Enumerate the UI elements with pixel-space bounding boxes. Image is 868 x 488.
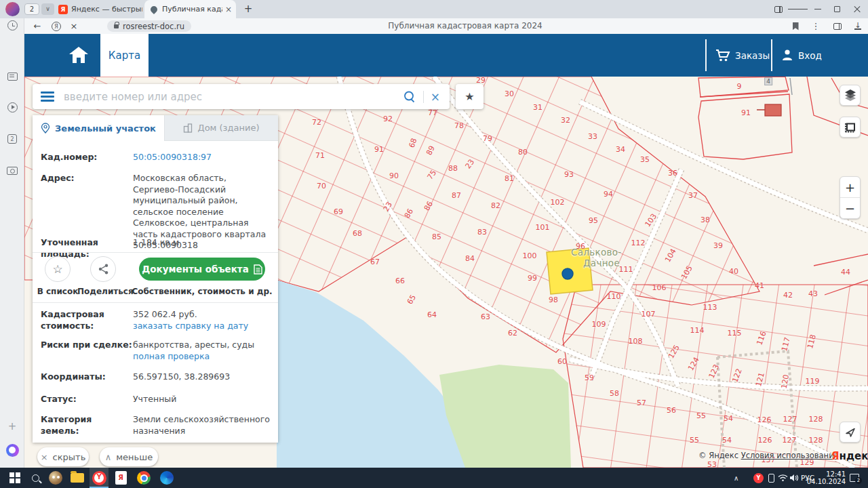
collapse-panel-button[interactable]: ∧ меньше [100, 447, 158, 466]
parcel-number[interactable]: 119 [806, 377, 820, 386]
parcel-number[interactable]: 59 [585, 373, 594, 382]
parcel-number[interactable]: 81 [505, 174, 514, 183]
parcel-number[interactable]: 56 [667, 406, 676, 415]
clear-search-icon[interactable]: × [431, 90, 440, 104]
parcel-number[interactable]: 114 [690, 326, 705, 335]
parcel-number[interactable]: 115 [728, 329, 742, 338]
parcel-number[interactable]: 85 [432, 232, 441, 241]
parcel-number[interactable]: 126 [758, 436, 772, 445]
parcel-number[interactable]: 40 [729, 267, 738, 276]
add-panel-icon[interactable]: + [0, 416, 24, 436]
parcel-number[interactable]: 32 [561, 116, 570, 125]
locate-me-button[interactable] [840, 422, 861, 443]
parcel-number[interactable]: 95 [589, 216, 598, 225]
parcel-number[interactable]: 53 [707, 460, 717, 468]
bookmark-icon[interactable] [788, 18, 803, 34]
parcel-number[interactable]: 107 [642, 310, 656, 319]
cad-number-link[interactable]: 50:05:0090318:97 [133, 152, 273, 163]
tray-chevron-icon[interactable]: ∧ [734, 468, 738, 488]
tab-house-building[interactable]: Дом (здание) [164, 115, 278, 141]
parcel-number[interactable]: 102 [551, 198, 565, 207]
parcel-number[interactable]: 101 [536, 223, 550, 232]
cost-link[interactable]: заказать справку на дату [133, 321, 248, 331]
history-icon[interactable] [0, 15, 24, 35]
parcel-number[interactable]: 67 [370, 258, 380, 266]
terms-link[interactable]: Условия использования [741, 451, 839, 460]
parcel-number[interactable]: 71 [315, 151, 325, 160]
start-button[interactable] [5, 468, 25, 488]
parcel-number[interactable]: 126 [757, 415, 772, 424]
action-center-icon[interactable]: 2 [850, 468, 859, 488]
browser-tab-yandex[interactable]: Я Яндекс — быстрый поиск [58, 0, 142, 18]
parcel-number[interactable]: 31 [533, 103, 542, 112]
search-input[interactable] [62, 90, 403, 104]
parcel-number[interactable]: 68 [353, 229, 362, 238]
parcel-number[interactable]: 58 [610, 389, 619, 398]
add-to-list-button[interactable]: ☆ [45, 256, 71, 282]
window-minimize-button[interactable] [808, 0, 827, 18]
parcel-number[interactable]: 33 [588, 132, 597, 141]
object-documents-button[interactable]: Документы объекта [139, 258, 265, 281]
parcel-number[interactable]: 87 [452, 191, 461, 200]
hide-panel-button[interactable]: × скрыть [37, 447, 89, 466]
parcel-number[interactable]: 35 [640, 155, 650, 164]
parcel-number[interactable]: 128 [809, 415, 823, 424]
yandex-search-icon[interactable]: Я [49, 18, 64, 34]
taskbar-search-icon[interactable] [25, 468, 45, 488]
parcel-number[interactable]: 128 [809, 436, 823, 445]
parcel-number[interactable]: 42 [783, 291, 793, 300]
tab-counter[interactable]: 2 [24, 3, 39, 15]
parcel-number[interactable]: 92 [383, 115, 393, 123]
parcel-number[interactable]: 72 [312, 118, 321, 127]
parcel-number[interactable]: 38 [701, 216, 710, 224]
parcel-number[interactable]: 127 [783, 436, 797, 445]
tab-counter-chevron-icon[interactable]: ∨ [41, 3, 54, 15]
parcel-number[interactable]: 36 [668, 169, 677, 178]
edge-icon[interactable] [157, 468, 177, 488]
parcel-number[interactable]: 55 [690, 436, 699, 445]
tray-yandex-icon[interactable]: Y [753, 468, 764, 488]
layers-button[interactable] [840, 85, 861, 106]
home-icon[interactable] [68, 45, 90, 65]
parcel-number[interactable]: 91 [741, 108, 751, 117]
parcel-number[interactable]: 127 [783, 415, 797, 424]
parcel-number[interactable]: 108 [629, 337, 643, 346]
parcel-number[interactable]: 66 [395, 277, 405, 285]
zoom-in-button[interactable]: + [840, 177, 860, 198]
zoom-out-button[interactable]: − [840, 198, 860, 219]
parcel-number[interactable]: 78 [454, 121, 464, 130]
tab-map[interactable]: Карта [100, 34, 149, 77]
search-icon[interactable] [403, 90, 416, 104]
chrome-icon[interactable] [134, 468, 154, 488]
side-panels-icon[interactable] [768, 0, 788, 18]
parcel-number[interactable]: 100 [523, 251, 537, 260]
wifi-icon[interactable] [778, 468, 788, 488]
parcel-number[interactable]: 62 [508, 329, 517, 338]
downloads-icon[interactable]: ↓ [850, 18, 865, 34]
video-icon[interactable] [0, 97, 24, 117]
stop-loading-icon[interactable]: × [66, 18, 81, 34]
parcel-number[interactable]: 112 [631, 239, 646, 247]
parcel-number[interactable]: 110 [607, 292, 621, 301]
favorites-button[interactable]: ★ [456, 84, 484, 109]
clock[interactable]: 12:4104.10.2024 [817, 468, 846, 488]
parcel-number[interactable]: 91 [374, 145, 384, 154]
device-icon[interactable] [768, 468, 774, 488]
taskbar-app-icon[interactable] [45, 468, 66, 488]
yandex-logo[interactable]: Яндекс [831, 450, 868, 462]
parcel-number[interactable]: 82 [491, 201, 500, 210]
parcel-number[interactable]: 44 [841, 268, 850, 277]
volume-icon[interactable] [789, 468, 799, 488]
parcel-number[interactable]: 113 [703, 303, 717, 312]
parcel-number[interactable]: 88 [448, 164, 458, 173]
tabs-panel-icon[interactable]: 2 [0, 129, 24, 149]
tab-close-icon[interactable]: × [225, 5, 232, 14]
profile-avatar[interactable] [5, 2, 20, 16]
parcel-number[interactable]: 79 [483, 134, 492, 143]
url-bar[interactable]: rosreestr-doc.ru [107, 20, 191, 32]
yandex-app-icon[interactable] [111, 468, 131, 488]
parcel-number[interactable]: 37 [688, 191, 698, 200]
share-button[interactable] [90, 256, 116, 282]
parcel-number[interactable]: 69 [334, 207, 343, 216]
window-close-button[interactable] [847, 0, 867, 18]
